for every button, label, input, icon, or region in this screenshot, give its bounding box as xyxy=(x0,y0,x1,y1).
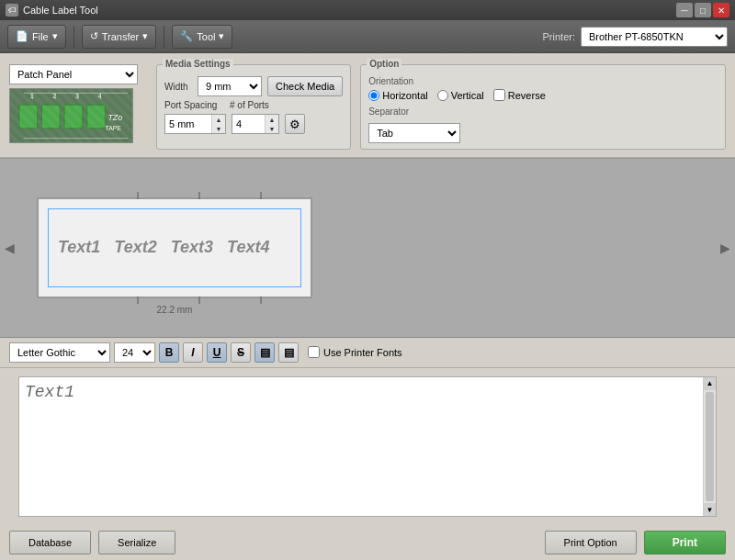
file-label: File xyxy=(32,31,49,42)
label-texts: Text1 Text2 Text3 Text4 xyxy=(53,238,269,257)
file-button[interactable]: 📄 File ▾ xyxy=(7,25,66,49)
num-ports-input-wrap: ▲ ▼ xyxy=(232,114,279,134)
strikethrough-button[interactable]: S xyxy=(231,342,251,363)
printer-section: Printer: Brother PT-6850TKN xyxy=(543,27,728,47)
main-toolbar: 📄 File ▾ ↺ Transfer ▾ 🔧 Tool ▾ Printer: … xyxy=(0,20,735,53)
port-spacing-spinners: ▲ ▼ xyxy=(211,115,225,133)
scroll-down-arrow[interactable]: ▼ xyxy=(704,503,716,516)
preview-area: ◀ Text1 Text2 xyxy=(0,158,735,338)
scroll-up-arrow[interactable]: ▲ xyxy=(704,377,716,390)
bottom-buttons: Database Serialize Print Option Print xyxy=(0,525,735,560)
gear-button[interactable]: ⚙ xyxy=(285,114,305,134)
tool-button[interactable]: 🔧 Tool ▾ xyxy=(172,25,232,49)
italic-button[interactable]: I xyxy=(183,342,203,363)
label-canvas-inner: Text1 Text2 Text3 Text4 xyxy=(48,208,301,287)
close-button[interactable]: ✕ xyxy=(713,3,729,17)
options-section: Option Orientation Horizontal Vertical R… xyxy=(360,64,726,150)
bold-button[interactable]: B xyxy=(159,342,179,363)
settings-panel: Patch Panel Cable Wrap Flag Faceplate xyxy=(0,57,735,158)
toolbar-separator-2 xyxy=(164,26,164,48)
reverse-label: Reverse xyxy=(508,90,546,101)
window-title: Cable Label Tool xyxy=(23,5,98,16)
tool-dropdown-icon: ▾ xyxy=(219,30,224,42)
separator-select[interactable]: Tab None Line xyxy=(368,123,460,143)
toolbar-separator-1 xyxy=(74,26,74,48)
num-ports-up[interactable]: ▲ xyxy=(266,115,278,124)
transfer-group: ↺ Transfer ▾ xyxy=(82,25,157,49)
align-center-icon: ▤ xyxy=(284,346,294,359)
tool-group: 🔧 Tool ▾ xyxy=(172,25,232,49)
vertical-label: Vertical xyxy=(451,90,484,101)
reverse-checkbox[interactable] xyxy=(493,89,505,101)
separator-label: Separator xyxy=(368,106,718,117)
text-edit-area: Text1 ▲ ▼ xyxy=(18,376,717,518)
tool-icon: 🔧 xyxy=(180,30,193,42)
app-icon: 🏷 xyxy=(6,4,18,17)
strikethrough-icon: S xyxy=(237,346,244,359)
label-text-3: Text3 xyxy=(171,238,213,257)
num-ports-label: # of Ports xyxy=(230,100,276,110)
print-button[interactable]: Print xyxy=(644,531,726,554)
orientation-row: Horizontal Vertical Reverse xyxy=(368,89,718,101)
tool-label: Tool xyxy=(197,31,215,42)
underline-button[interactable]: U xyxy=(207,342,227,363)
vertical-option[interactable]: Vertical xyxy=(437,90,484,101)
bottom-left-buttons: Database Serialize xyxy=(9,531,175,554)
text-scrollbar[interactable]: ▲ ▼ xyxy=(703,377,716,517)
printer-fonts-label: Use Printer Fonts xyxy=(323,347,402,358)
label-canvas: Text1 Text2 Text3 Text4 xyxy=(37,197,312,298)
reverse-option[interactable]: Reverse xyxy=(493,89,546,101)
transfer-icon: ↺ xyxy=(90,30,98,42)
italic-icon: I xyxy=(191,346,194,359)
port-spacing-input[interactable] xyxy=(165,115,211,133)
title-bar: 🏷 Cable Label Tool ─ □ ✕ xyxy=(0,0,735,20)
database-button[interactable]: Database xyxy=(9,531,91,554)
underline-icon: U xyxy=(213,346,221,359)
printer-fonts-checkbox[interactable] xyxy=(308,346,320,358)
horizontal-label: Horizontal xyxy=(382,90,428,101)
printer-fonts-section: Use Printer Fonts xyxy=(308,346,402,358)
width-select[interactable]: 9 mm 12 mm 18 mm xyxy=(198,76,262,96)
align-left-button[interactable]: ▤ xyxy=(254,342,275,363)
label-preview-image: TZo TAPE 1 2 3 4 xyxy=(9,88,133,143)
font-toolbar: Letter Gothic Arial 24 18 36 B I U S ▤ ▤… xyxy=(0,338,735,368)
check-media-button[interactable]: Check Media xyxy=(267,76,343,96)
preview-overlay xyxy=(10,89,132,142)
horizontal-option[interactable]: Horizontal xyxy=(368,90,428,101)
minimize-button[interactable]: ─ xyxy=(676,3,693,17)
width-label: Width xyxy=(164,82,192,92)
font-select[interactable]: Letter Gothic Arial xyxy=(9,342,110,363)
label-text-1: Text1 xyxy=(58,238,100,257)
print-option-button[interactable]: Print Option xyxy=(545,531,637,554)
horizontal-radio[interactable] xyxy=(368,90,379,101)
port-spacing-input-wrap: ▲ ▼ xyxy=(164,114,226,134)
options-title: Option xyxy=(367,59,401,69)
transfer-label: Transfer xyxy=(102,31,140,42)
text-input[interactable]: Text1 xyxy=(19,377,716,517)
label-type-select[interactable]: Patch Panel Cable Wrap Flag Faceplate xyxy=(9,64,138,84)
bottom-right-buttons: Print Option Print xyxy=(545,531,726,554)
width-row: Width 9 mm 12 mm 18 mm Check Media xyxy=(164,76,343,96)
port-spacing-up[interactable]: ▲ xyxy=(212,115,225,124)
transfer-button[interactable]: ↺ Transfer ▾ xyxy=(82,25,157,49)
serialize-button[interactable]: Serialize xyxy=(98,531,175,554)
maximize-button[interactable]: □ xyxy=(695,3,711,17)
window-controls: ─ □ ✕ xyxy=(676,3,729,17)
num-ports-down[interactable]: ▼ xyxy=(266,124,278,133)
num-ports-spinners: ▲ ▼ xyxy=(265,115,278,133)
scroll-left-arrow[interactable]: ◀ xyxy=(5,241,15,255)
printer-select[interactable]: Brother PT-6850TKN xyxy=(581,27,728,47)
num-ports-input[interactable] xyxy=(232,115,265,133)
size-select[interactable]: 24 18 36 xyxy=(114,342,155,363)
media-settings-title: Media Settings xyxy=(163,59,233,69)
scroll-right-arrow[interactable]: ▶ xyxy=(720,241,730,255)
tick-bottom-svg xyxy=(39,295,314,304)
port-spacing-down[interactable]: ▼ xyxy=(212,124,225,133)
label-type-section: Patch Panel Cable Wrap Flag Faceplate xyxy=(9,64,147,150)
label-text-4: Text4 xyxy=(227,238,269,257)
scroll-thumb xyxy=(706,392,714,502)
align-center-button[interactable]: ▤ xyxy=(278,342,299,363)
vertical-radio[interactable] xyxy=(437,90,448,101)
gear-icon: ⚙ xyxy=(289,118,300,131)
separator-row: Tab None Line xyxy=(368,123,718,143)
